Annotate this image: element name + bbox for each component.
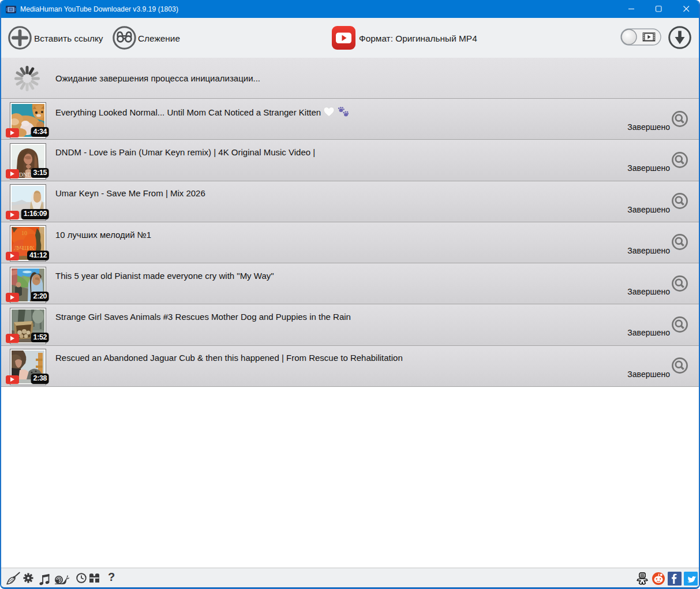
- svg-text:10: 10: [21, 230, 27, 236]
